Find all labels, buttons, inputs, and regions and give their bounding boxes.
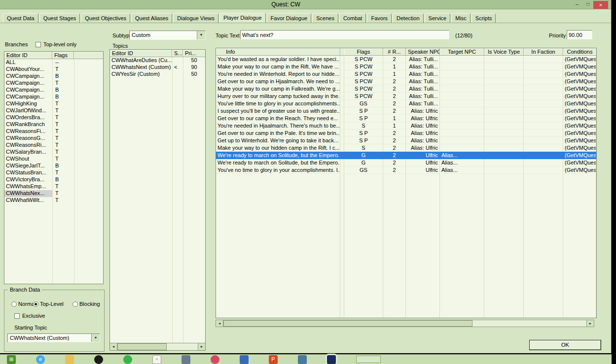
tab-favors[interactable]: Favors: [367, 13, 392, 23]
topic-row[interactable]: CWYesSir (Custom)50: [110, 71, 205, 78]
folder-icon[interactable]: [65, 355, 74, 364]
minimize-button[interactable]: –: [572, 1, 582, 9]
radio-blocking[interactable]: Blocking: [72, 301, 100, 307]
tab-detection[interactable]: Detection: [393, 13, 423, 23]
topics-col-pri[interactable]: Pri...: [183, 50, 205, 57]
topics-scroll-track[interactable]: [117, 343, 198, 350]
branch-row[interactable]: CWSiegeJarlT...B: [4, 163, 103, 169]
info-col-faction[interactable]: In Faction: [524, 48, 563, 56]
branch-row[interactable]: CWReasonsG...T: [4, 135, 103, 142]
tab-quest-stages[interactable]: Quest Stages: [39, 13, 80, 23]
radio-button-icon[interactable]: [72, 301, 78, 307]
tab-combat[interactable]: Combat: [339, 13, 366, 23]
radio-normal[interactable]: Normal: [11, 301, 36, 307]
app-icon-red[interactable]: [211, 355, 219, 364]
branch-row[interactable]: CWJarlOfWind...T: [4, 107, 103, 114]
branch-row[interactable]: CWReasonsRi...T: [4, 142, 103, 149]
scroll-left-icon[interactable]: ◄: [110, 343, 117, 350]
branch-row[interactable]: CWWhatWillIt...T: [4, 197, 103, 204]
scroll-left-icon[interactable]: ◄: [216, 320, 223, 327]
tab-scripts[interactable]: Scripts: [471, 13, 496, 23]
info-col-target[interactable]: Target NPC: [440, 48, 484, 56]
branch-row[interactable]: CWWhatsEmp...T: [4, 183, 103, 190]
branch-row[interactable]: CWShoutT: [4, 156, 103, 163]
branch-row[interactable]: CWReasonsFi...T: [4, 128, 103, 135]
info-row[interactable]: You've no time to glory in your accompli…: [216, 166, 596, 174]
top-level-only-checkbox[interactable]: [36, 42, 41, 47]
open-window-button[interactable]: [356, 356, 381, 363]
app-icon-blue[interactable]: [240, 355, 249, 364]
radio-top-level[interactable]: Top-Level: [33, 301, 64, 307]
starting-topic-dropdown[interactable]: CWWhatsNext (Custom) ▼: [7, 333, 100, 342]
info-scroll-thumb[interactable]: [223, 320, 472, 327]
topics-col-s[interactable]: S...: [172, 50, 183, 57]
tab-player-dialogue[interactable]: Player Dialogue: [219, 13, 266, 23]
info-row[interactable]: You've little time to glory in your acco…: [216, 100, 596, 107]
branch-row[interactable]: CWCampaign...B: [4, 87, 103, 94]
info-col-info[interactable]: Info: [216, 48, 340, 56]
close-button[interactable]: ×: [593, 1, 608, 9]
priority-input[interactable]: [567, 30, 592, 39]
subtype-dropdown[interactable]: Custom ▼: [129, 31, 206, 40]
info-row[interactable]: Hurry over to our military camp tucked a…: [216, 93, 596, 100]
info-row[interactable]: Get over to our camp in the Pale. It's t…: [216, 130, 596, 137]
tab-dialogue-views[interactable]: Dialogue Views: [173, 13, 218, 23]
topic-row[interactable]: CWWhatsNext (Custom)<90: [110, 64, 205, 71]
app-icon-gray[interactable]: [181, 355, 190, 364]
powerpoint-icon[interactable]: P: [269, 355, 278, 364]
branch-row[interactable]: CWCampaign...B: [4, 73, 103, 80]
scroll-right-icon[interactable]: ►: [586, 320, 594, 327]
browser-icon[interactable]: e: [36, 355, 45, 364]
info-row[interactable]: I suspect you'll be of greater use to us…: [216, 107, 596, 115]
tab-service[interactable]: Service: [425, 13, 451, 23]
info-row[interactable]: Make your way to our hidden camp in the …: [216, 144, 596, 152]
maximize-button[interactable]: □: [582, 1, 593, 9]
start-button[interactable]: ⊞: [7, 355, 16, 364]
app-icon-steel[interactable]: [298, 355, 307, 364]
branches-col-flags[interactable]: Flags: [52, 52, 74, 59]
info-row[interactable]: We're ready to march on Solitude, but th…: [216, 159, 596, 166]
branch-row[interactable]: CWHighKingT: [4, 100, 103, 107]
tab-favor-dialogue[interactable]: Favor Dialogue: [267, 13, 312, 23]
branch-row[interactable]: CWAboutYour...T: [4, 66, 103, 73]
branch-row[interactable]: CWSalaryBran...T: [4, 149, 103, 156]
dropdown-arrow-icon[interactable]: ▼: [197, 31, 205, 39]
branch-row[interactable]: CWRankBranchT: [4, 121, 103, 128]
info-row[interactable]: You're needed in Hjaalmarch. There's muc…: [216, 122, 596, 130]
branch-row[interactable]: CWCampaign...T: [4, 80, 103, 87]
info-row[interactable]: Make your way to our camp in Falkreath. …: [216, 85, 596, 93]
info-row[interactable]: You're needed in Winterhold. Report to o…: [216, 70, 596, 78]
branch-row[interactable]: CWWhatsNex...T: [4, 190, 103, 197]
branch-row[interactable]: CWCampaign...B: [4, 94, 103, 100]
info-row[interactable]: Get over to our camp in the Reach. They …: [216, 115, 596, 122]
branches-col-editor-id[interactable]: Editor ID: [4, 52, 52, 59]
scroll-right-icon[interactable]: ►: [198, 343, 205, 350]
info-col-responses[interactable]: # R...: [383, 48, 406, 56]
info-row[interactable]: Get over to our camp in Hjaalmarch. We n…: [216, 78, 596, 85]
info-col-conditions[interactable]: Conditions: [563, 48, 596, 56]
info-col-flags[interactable]: Flags: [344, 48, 383, 56]
app-icon-dark[interactable]: [94, 355, 103, 364]
radio-button-icon[interactable]: [33, 301, 38, 307]
topic-text-input[interactable]: [240, 30, 449, 39]
branch-row[interactable]: ALL--: [4, 59, 103, 66]
app-icon-navy[interactable]: [327, 355, 336, 364]
info-col-speaker[interactable]: Speaker NPC: [406, 48, 440, 56]
tab-misc[interactable]: Misc: [451, 13, 471, 23]
radio-button-icon[interactable]: [11, 301, 17, 307]
exclusive-checkbox[interactable]: [14, 313, 20, 319]
topics-scroll-thumb[interactable]: [117, 343, 167, 350]
info-scroll-track[interactable]: [223, 320, 586, 327]
info-hscrollbar[interactable]: ◄ ►: [216, 320, 594, 327]
branch-row[interactable]: CWStatusBran...T: [4, 169, 103, 176]
topic-row[interactable]: CWWhatAreDuties (Cu...50: [110, 57, 205, 64]
app-icon-green[interactable]: [123, 355, 132, 364]
info-row[interactable]: Make your way to our camp in the Rift. W…: [216, 63, 596, 70]
branch-row[interactable]: CWOrdersBra...T: [4, 114, 103, 121]
tab-scenes[interactable]: Scenes: [312, 13, 338, 23]
info-row[interactable]: Get up to Winterhold. We're going to tak…: [216, 137, 596, 144]
tab-quest-data[interactable]: Quest Data: [3, 13, 38, 23]
info-row[interactable]: You'd be wasted as a regular soldier. I …: [216, 56, 596, 63]
topics-hscrollbar[interactable]: ◄ ►: [110, 343, 205, 350]
document-icon[interactable]: ≡: [152, 355, 161, 364]
